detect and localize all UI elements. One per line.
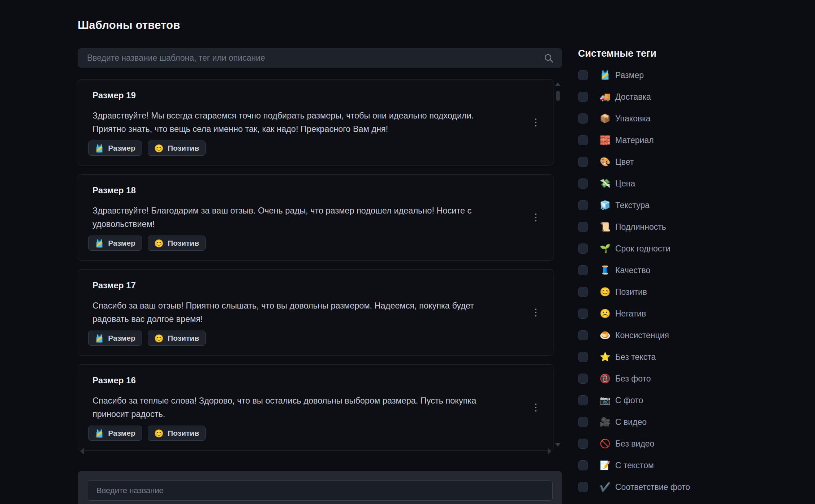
- card-tags: 🎽 Размер 😊 Позитив: [88, 426, 206, 441]
- shirt-icon: 🎽: [95, 430, 104, 437]
- search-input[interactable]: [78, 48, 543, 68]
- tag-chip-size[interactable]: 🎽 Размер: [88, 426, 142, 441]
- tag-checkbox[interactable]: [578, 200, 588, 210]
- chip-label: Позитив: [168, 334, 199, 343]
- system-tag-item[interactable]: 🍮 Консистенция: [578, 324, 780, 346]
- tag-checkbox[interactable]: [578, 330, 588, 340]
- system-tag-item[interactable]: 🌱 Срок годности: [578, 238, 780, 259]
- tag-checkbox[interactable]: [578, 374, 588, 384]
- system-tag-item[interactable]: 🧊 Текстура: [578, 194, 780, 216]
- tag-checkbox[interactable]: [578, 309, 588, 319]
- chip-label: Позитив: [168, 144, 199, 152]
- ice-cube-icon: 🧊: [599, 201, 611, 210]
- kebab-icon: [535, 404, 536, 405]
- truck-icon: 🚚: [599, 92, 611, 101]
- scroll-right-icon[interactable]: [548, 448, 551, 455]
- tag-checkbox[interactable]: [578, 352, 588, 362]
- tag-chip-size[interactable]: 🎽 Размер: [88, 236, 142, 251]
- tag-chip-positive[interactable]: 😊 Позитив: [148, 426, 206, 441]
- system-tag-item[interactable]: 🧱 Материал: [578, 129, 780, 151]
- card-tags: 🎽 Размер 😊 Позитив: [88, 331, 206, 346]
- system-tag-item[interactable]: 📵 Без фото: [578, 368, 780, 389]
- smiling-face-icon: 😊: [154, 145, 164, 152]
- shirt-icon: 🎽: [95, 335, 104, 342]
- system-tag-item[interactable]: ☹️ Негатив: [578, 303, 780, 324]
- system-tag-item[interactable]: 💸 Цена: [578, 173, 780, 194]
- system-tag-item[interactable]: 🎨 Цвет: [578, 151, 780, 173]
- kebab-icon: [535, 309, 536, 310]
- tag-checkbox[interactable]: [578, 439, 588, 449]
- chip-label: Размер: [108, 239, 135, 247]
- create-template-panel: [78, 471, 562, 504]
- tag-checkbox[interactable]: [578, 460, 588, 470]
- template-body: Спасибо за ваш отзыв! Приятно слышать, ч…: [92, 299, 508, 326]
- bricks-icon: 🧱: [599, 136, 611, 145]
- shirt-icon: 🎽: [599, 71, 611, 79]
- smiling-face-icon: 😊: [154, 335, 164, 342]
- smiling-face-icon: 😊: [154, 430, 164, 437]
- system-tag-item[interactable]: 📝 С текстом: [578, 455, 780, 476]
- chip-label: Размер: [108, 429, 135, 438]
- system-tag-item[interactable]: 🚫 Без видео: [578, 433, 780, 455]
- tag-checkbox[interactable]: [578, 395, 588, 405]
- tag-checkbox[interactable]: [578, 157, 588, 167]
- card-menu-button[interactable]: [531, 210, 541, 225]
- camera-icon: 📷: [599, 396, 611, 405]
- tag-checkbox[interactable]: [578, 178, 588, 189]
- scrollbar-thumb[interactable]: [556, 91, 560, 101]
- tag-label: Консистенция: [615, 331, 669, 340]
- tag-label: Качество: [615, 266, 650, 275]
- tag-label: Без текста: [615, 352, 656, 362]
- search-icon: [543, 53, 554, 64]
- tag-checkbox[interactable]: [578, 417, 588, 427]
- scroll-up-icon[interactable]: [555, 82, 560, 86]
- chip-label: Позитив: [168, 239, 199, 247]
- system-tag-item[interactable]: ✔️ Соответствие фото: [578, 476, 780, 498]
- system-tag-item[interactable]: 🎽 Размер: [578, 64, 780, 86]
- template-list: Размер 19 Здравствуйте! Мы всегда старае…: [78, 79, 553, 451]
- tag-checkbox[interactable]: [578, 222, 588, 232]
- system-tag-item[interactable]: 📷 С фото: [578, 389, 780, 411]
- kebab-icon: [535, 119, 536, 120]
- templates-page: Шаблоны ответов Размер 19 Здравствуйте! …: [0, 0, 815, 504]
- tag-label: Цвет: [615, 157, 634, 167]
- tag-checkbox[interactable]: [578, 287, 588, 297]
- tag-chip-size[interactable]: 🎽 Размер: [88, 331, 142, 346]
- system-tag-item[interactable]: 🧵 Качество: [578, 259, 780, 281]
- system-tag-item[interactable]: 📦 Упаковка: [578, 108, 780, 129]
- tag-checkbox[interactable]: [578, 70, 588, 80]
- tag-checkbox[interactable]: [578, 135, 588, 145]
- custard-icon: 🍮: [599, 331, 611, 340]
- template-name-input[interactable]: [87, 481, 553, 501]
- card-menu-button[interactable]: [531, 400, 541, 415]
- tag-checkbox[interactable]: [578, 92, 588, 102]
- template-title: Размер 19: [92, 90, 539, 100]
- tag-chip-positive[interactable]: 😊 Позитив: [148, 236, 206, 251]
- system-tag-item[interactable]: 📜 Подлинность: [578, 216, 780, 238]
- system-tag-item[interactable]: 🚚 Доставка: [578, 86, 780, 108]
- tag-label: Срок годности: [615, 244, 670, 254]
- card-menu-button[interactable]: [531, 305, 541, 320]
- seedling-icon: 🌱: [599, 244, 611, 253]
- template-card: Размер 16 Спасибо за теплые слова! Здоро…: [78, 364, 553, 451]
- vertical-scrollbar[interactable]: [555, 82, 561, 447]
- tag-chip-positive[interactable]: 😊 Позитив: [148, 331, 206, 346]
- scroll-left-icon[interactable]: [80, 448, 84, 455]
- tag-label: Доставка: [615, 92, 651, 102]
- tag-checkbox[interactable]: [578, 244, 588, 254]
- frowning-face-icon: ☹️: [599, 309, 611, 318]
- system-tag-item[interactable]: 🎥 С видео: [578, 411, 780, 433]
- template-body: Здравствуйте! Мы всегда стараемся точно …: [92, 109, 508, 136]
- tag-chip-positive[interactable]: 😊 Позитив: [148, 141, 206, 156]
- tag-checkbox[interactable]: [578, 113, 588, 124]
- page-title: Шаблоны ответов: [78, 19, 180, 32]
- smiling-face-icon: 😊: [154, 240, 164, 247]
- tag-checkbox[interactable]: [578, 265, 588, 275]
- tag-chip-size[interactable]: 🎽 Размер: [88, 141, 142, 156]
- money-wings-icon: 💸: [599, 179, 611, 188]
- card-menu-button[interactable]: [531, 115, 541, 130]
- tag-checkbox[interactable]: [578, 482, 588, 492]
- system-tag-item[interactable]: 😊 Позитив: [578, 281, 780, 303]
- scroll-down-icon[interactable]: [555, 443, 560, 447]
- system-tag-item[interactable]: ⭐ Без текста: [578, 346, 780, 368]
